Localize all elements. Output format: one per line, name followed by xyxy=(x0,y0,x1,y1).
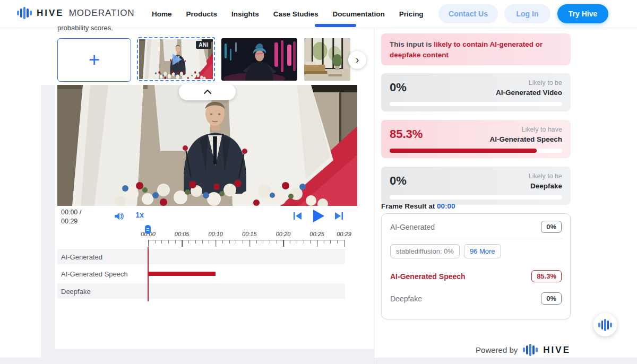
score-name: AI-Generated Video xyxy=(496,88,562,98)
track-row-ai-generated-speech: AI-Generated Speech xyxy=(57,266,345,281)
result-alert: This input is likely to contain AI-gener… xyxy=(381,33,571,65)
score-name: AI-Generated Speech xyxy=(489,135,562,145)
score-value: 85.3% xyxy=(390,127,423,141)
score-value: 0% xyxy=(390,174,407,188)
score-progress-fill xyxy=(390,149,537,153)
skip-to-start-button[interactable] xyxy=(292,211,304,221)
playhead-line xyxy=(148,247,149,301)
nav-item-home[interactable]: Home xyxy=(152,10,172,18)
score-qualifier: Likely to have xyxy=(489,125,562,135)
nav-item-insights[interactable]: Insights xyxy=(231,10,259,18)
thumbnail-cyberpunk-image[interactable] xyxy=(221,38,297,81)
play-button[interactable] xyxy=(311,209,326,223)
frame-result-row-deepfake: Deepfake 0% xyxy=(382,287,570,309)
alert-prefix: This input is xyxy=(390,40,434,48)
brand-suffix: MODERATION xyxy=(69,8,135,19)
brand-name: HIVE xyxy=(37,8,64,19)
interior-thumb-image xyxy=(304,38,350,81)
upload-input-button[interactable]: + xyxy=(57,38,131,82)
score-card-ai-generated-speech: 85.3% Likely to have AI-Generated Speech xyxy=(381,120,571,158)
time-total: 00:29 xyxy=(61,217,81,226)
hive-logo-icon xyxy=(17,7,32,19)
speaker-icon xyxy=(114,212,125,221)
timeline-ruler[interactable]: 00:00 00:05 00:10 00:15 00:20 00:25 00:2… xyxy=(148,229,344,247)
score-value: 0% xyxy=(390,81,407,94)
frame-result-label: Frame Result at xyxy=(381,202,435,210)
hive-logo-icon xyxy=(598,319,612,331)
row-value-badge: 0% xyxy=(541,292,562,305)
volume-button[interactable] xyxy=(114,211,125,221)
track-label: Deepfake xyxy=(61,287,91,295)
row-value-badge: 0% xyxy=(541,221,562,233)
hive-logo-icon xyxy=(523,344,538,356)
hive-chat-widget-button[interactable] xyxy=(593,313,617,336)
time-display: 00:00 / 00:29 xyxy=(61,208,81,226)
score-name: Deepfake xyxy=(529,181,562,192)
nav-links: Home Products Insights Case Studies Docu… xyxy=(152,0,424,28)
score-card-ai-generated-video: 0% Likely to be AI-Generated Video xyxy=(381,73,571,111)
thumbnail-interior-image[interactable] xyxy=(304,38,350,81)
nav-item-pricing[interactable]: Pricing xyxy=(399,10,424,18)
skip-to-end-button[interactable] xyxy=(333,211,345,221)
score-card-deepfake: 0% Likely to be Deepfake xyxy=(381,167,571,205)
playback-speed-button[interactable]: 1x xyxy=(135,211,144,219)
playhead-handle[interactable] xyxy=(145,225,151,234)
chevron-up-icon xyxy=(203,89,212,94)
collapse-carousel-button[interactable] xyxy=(179,83,236,100)
chip-stablediffusion: stablediffusion: 0% xyxy=(390,244,460,258)
tick-label: 00:20 xyxy=(276,231,291,237)
footer-brand-text: HIVE xyxy=(543,345,571,356)
carousel-next-button[interactable]: › xyxy=(348,51,366,69)
score-progress-track xyxy=(390,102,562,106)
hive-moderation-demo-page: HIVE MODERATION Home Products Insights C… xyxy=(0,0,637,364)
nav-active-indicator xyxy=(315,24,356,27)
score-qualifier: Likely to be xyxy=(529,172,562,181)
skip-start-icon xyxy=(293,212,303,220)
frame-result-heading: Frame Result at 00:00 xyxy=(381,202,455,210)
tick-label: 00:29 xyxy=(337,231,351,237)
nav-item-products[interactable]: Products xyxy=(186,10,218,18)
frame-result-row-ai-generated-speech: AI-Generated Speech 85.3% xyxy=(382,262,570,287)
try-hive-button[interactable]: Try Hive xyxy=(557,4,608,23)
ani-watermark-badge: ANI xyxy=(196,41,211,49)
panel-divider xyxy=(374,28,374,364)
brand-logo[interactable]: HIVE MODERATION xyxy=(17,7,135,19)
page-bottom-strip xyxy=(0,358,637,364)
video-current-frame xyxy=(57,85,357,206)
play-icon xyxy=(312,209,325,223)
ai-speech-segment-bar xyxy=(148,272,216,276)
log-in-button[interactable]: Log In xyxy=(504,4,550,23)
powered-by-footer: Powered by HIVE xyxy=(0,344,571,356)
frame-result-row-ai-generated: AI-Generated 0% xyxy=(382,214,570,238)
thumbnail-macron-video-selected[interactable]: ANI xyxy=(137,37,215,81)
class-chips-row: stablediffusion: 0% 96 More xyxy=(382,238,570,262)
ruler-ticks xyxy=(148,240,344,247)
left-gutter xyxy=(41,85,55,364)
segment-area xyxy=(148,266,344,281)
skip-end-icon xyxy=(334,212,343,220)
frame-result-card: AI-Generated 0% stablediffusion: 0% 96 M… xyxy=(381,213,571,319)
track-label: AI-Generated xyxy=(61,253,102,261)
track-row-deepfake: Deepfake xyxy=(57,283,345,299)
tick-label: 00:05 xyxy=(175,231,190,237)
row-label: AI-Generated xyxy=(390,223,435,231)
score-qualifier: Likely to be xyxy=(496,79,562,88)
tick-label: 00:10 xyxy=(208,231,223,237)
nav-item-case-studies[interactable]: Case Studies xyxy=(273,10,318,18)
chip-more-button[interactable]: 96 More xyxy=(464,244,501,258)
tick-label: 00:25 xyxy=(309,231,324,237)
track-label: AI-Generated Speech xyxy=(61,270,128,278)
contact-us-button[interactable]: Contact Us xyxy=(438,4,498,23)
plus-icon: + xyxy=(89,52,100,68)
time-current: 00:00 / xyxy=(61,208,81,217)
nav-item-documentation[interactable]: Documentation xyxy=(333,10,385,18)
thumbnail-play-icon xyxy=(172,54,182,65)
chevron-right-icon: › xyxy=(356,54,359,65)
video-player-frame[interactable] xyxy=(57,85,357,206)
row-label: AI-Generated Speech xyxy=(390,272,466,281)
row-value-badge: 85.3% xyxy=(531,270,562,282)
powered-by-text: Powered by xyxy=(476,345,518,354)
tick-label: 00:15 xyxy=(242,231,257,237)
row-label: Deepfake xyxy=(390,294,422,303)
track-row-ai-generated: AI-Generated xyxy=(57,249,345,264)
